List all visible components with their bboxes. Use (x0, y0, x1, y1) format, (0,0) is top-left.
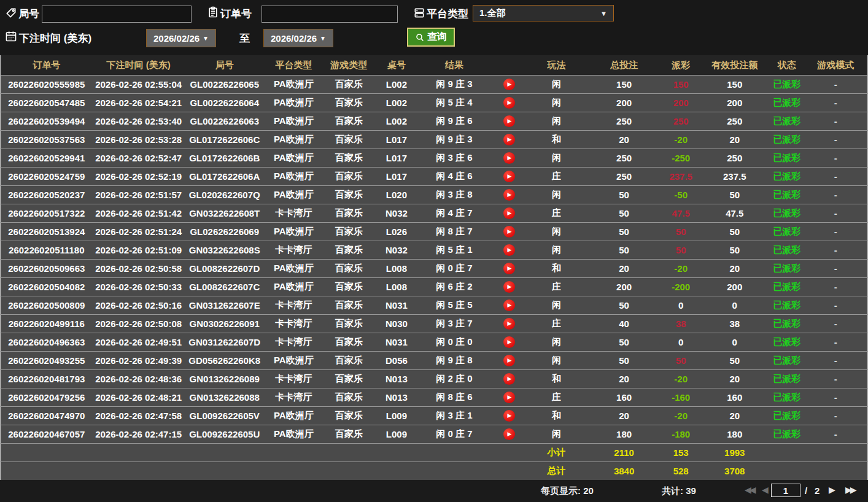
cell-round: GL0082622607D (185, 260, 265, 278)
platform-select[interactable]: 1.全部 ▼ (473, 5, 614, 21)
cell-play: ▶ (490, 352, 527, 370)
replay-play-icon[interactable]: ▶ (503, 244, 515, 256)
play-triangle: ▶ (508, 358, 512, 363)
cell-method: 和 (527, 131, 586, 149)
cell-bet: 50 (586, 296, 662, 315)
cell-game: 百家乐 (323, 407, 375, 425)
replay-play-icon[interactable]: ▶ (503, 79, 515, 90)
page-size-label: 每页显示: (541, 485, 581, 496)
replay-play-icon[interactable]: ▶ (503, 299, 515, 311)
table-row: 2602260205394942026-02-26 02:53:40GL0022… (1, 112, 868, 131)
cell-payout: 150 (662, 75, 699, 94)
cell-status: 已派彩 (770, 94, 804, 112)
replay-play-icon[interactable]: ▶ (503, 373, 515, 385)
date-range-to-label: 至 (239, 31, 250, 45)
date-to-picker[interactable]: 2026/02/26 ▼ (263, 29, 333, 47)
cell-mode: - (804, 204, 867, 223)
replay-play-icon[interactable]: ▶ (503, 428, 515, 440)
replay-play-icon[interactable]: ▶ (503, 115, 515, 127)
replay-play-icon[interactable]: ▶ (503, 152, 515, 164)
replay-play-icon[interactable]: ▶ (503, 171, 515, 182)
cell-mode: - (804, 186, 867, 204)
cell-round: GN03026226091 (185, 315, 265, 333)
cell-game: 百家乐 (323, 131, 375, 149)
search-button[interactable]: 查询 (407, 28, 455, 47)
cell-status: 已派彩 (770, 425, 804, 444)
cell-valid: 20 (699, 260, 770, 278)
cell-platform: 卡卡湾厅 (265, 241, 323, 260)
replay-play-icon[interactable]: ▶ (503, 281, 515, 293)
cell-mode: - (804, 223, 867, 241)
cell-result: 闲 8 庄 6 (418, 388, 490, 407)
cell-status: 已派彩 (770, 186, 804, 204)
play-triangle: ▶ (508, 303, 512, 308)
cell-table: N032 (375, 204, 418, 223)
cell-status: 已派彩 (770, 352, 804, 370)
table-row: 2602260204991162026-02-26 02:50:08GN0302… (1, 315, 868, 333)
replay-play-icon[interactable]: ▶ (503, 336, 515, 348)
cell-valid: 50 (699, 352, 770, 370)
cell-table: L009 (375, 407, 418, 425)
cell-platform: 卡卡湾厅 (265, 296, 323, 315)
cell-game: 百家乐 (323, 370, 375, 388)
subtotal-row-valid: 1993 (699, 444, 770, 462)
cell-time: 2026-02-26 02:48:36 (93, 370, 185, 388)
last-page-icon[interactable]: ▶▶ (845, 485, 855, 495)
page-size-value: 20 (583, 485, 594, 496)
grand-total-row-valid: 3708 (699, 462, 770, 481)
cell-platform: PA欧洲厅 (265, 260, 323, 278)
replay-play-icon[interactable]: ▶ (503, 97, 515, 109)
cell-mode: - (804, 260, 867, 278)
first-page-icon[interactable]: ◀◀ (745, 485, 754, 495)
cell-table: N032 (375, 241, 418, 260)
replay-play-icon[interactable]: ▶ (503, 189, 515, 201)
cell-result: 闲 9 庄 3 (418, 75, 490, 94)
cell-time: 2026-02-26 02:51:09 (93, 241, 185, 260)
cell-payout: -20 (662, 370, 699, 388)
replay-play-icon[interactable]: ▶ (503, 226, 515, 237)
cell-method: 闲 (527, 112, 586, 131)
replay-play-icon[interactable]: ▶ (503, 263, 515, 274)
cell-play: ▶ (490, 149, 527, 168)
prev-page-icon[interactable]: ◀ (762, 485, 769, 495)
replay-play-icon[interactable]: ▶ (503, 318, 515, 330)
replay-play-icon[interactable]: ▶ (503, 392, 515, 403)
cell-game: 百家乐 (323, 204, 375, 223)
cell-round: GL0092622605V (185, 407, 265, 425)
cell-round: GL00226226063 (185, 112, 265, 131)
cell-platform: PA欧洲厅 (265, 94, 323, 112)
round-number-input[interactable] (42, 6, 192, 23)
cell-valid: 50 (699, 186, 770, 204)
cell-round: GN0322622608T (185, 204, 265, 223)
cell-table: L026 (375, 223, 418, 241)
chevron-down-icon: ▼ (320, 35, 326, 42)
cell-time: 2026-02-26 02:48:21 (93, 388, 185, 407)
cell-platform: 卡卡湾厅 (265, 333, 323, 352)
cell-order: 260226020537563 (1, 131, 93, 149)
cell-round: GN0312622607D (185, 333, 265, 352)
cell-table: N013 (375, 388, 418, 407)
column-header-1: 下注时间 (美东) (93, 55, 185, 75)
replay-play-icon[interactable]: ▶ (503, 410, 515, 422)
table-row: 2602260205474852026-02-26 02:54:21GL0022… (1, 94, 868, 112)
cell-play: ▶ (490, 186, 527, 204)
cell-payout: 47.5 (662, 204, 699, 223)
tag-icon (5, 7, 17, 19)
play-triangle: ▶ (508, 210, 512, 216)
date-from-picker[interactable]: 2026/02/26 ▼ (146, 29, 216, 47)
cell-order: 260226020555985 (1, 75, 93, 94)
replay-play-icon[interactable]: ▶ (503, 355, 515, 366)
cell-game: 百家乐 (323, 425, 375, 444)
next-page-icon[interactable]: ▶ (829, 485, 835, 495)
cell-table: D056 (375, 352, 418, 370)
replay-play-icon[interactable]: ▶ (503, 134, 515, 145)
cell-mode: - (804, 94, 867, 112)
current-page-input[interactable] (771, 484, 800, 497)
cell-mode: - (804, 388, 867, 407)
cell-game: 百家乐 (323, 352, 375, 370)
cell-method: 闲 (527, 75, 586, 94)
order-number-input[interactable] (262, 6, 398, 23)
cell-platform: PA欧洲厅 (265, 407, 323, 425)
replay-play-icon[interactable]: ▶ (503, 207, 515, 219)
cell-method: 庄 (527, 388, 586, 407)
